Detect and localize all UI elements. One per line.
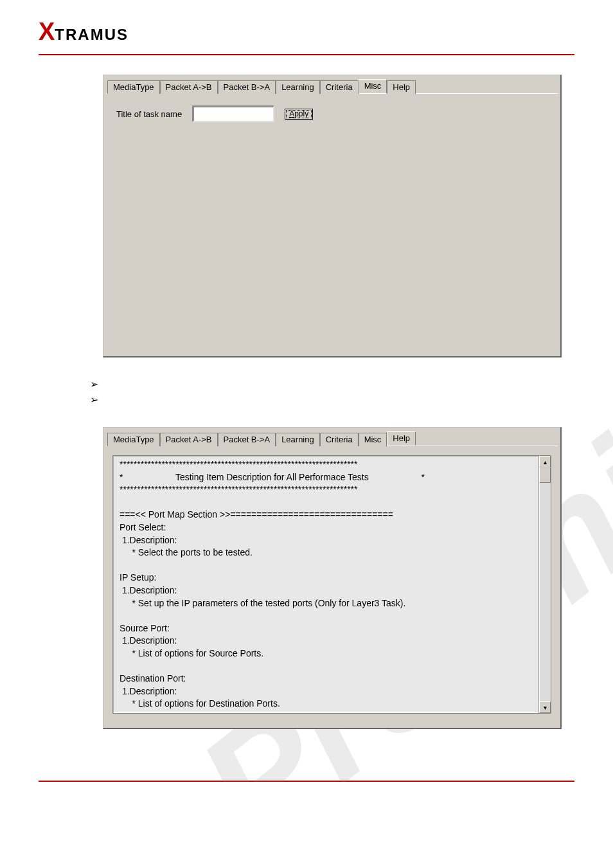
- apply-button[interactable]: Apply: [285, 109, 313, 120]
- misc-panel: MediaType Packet A->B Packet B->A Learni…: [103, 75, 562, 357]
- chevron-down-icon: ▾: [544, 704, 547, 711]
- tab-mediatype[interactable]: MediaType: [107, 80, 160, 94]
- tab-mediatype-2[interactable]: MediaType: [107, 433, 160, 446]
- scroll-up-button[interactable]: ▴: [539, 456, 551, 467]
- tab-criteria[interactable]: Criteria: [320, 80, 359, 94]
- logo-rest: TRAMUS: [55, 27, 129, 42]
- bullet-1: ➢: [90, 377, 574, 392]
- title-of-task-name-label: Title of task name: [116, 109, 182, 119]
- footer-rule: [39, 781, 574, 782]
- help-panel: MediaType Packet A->B Packet B->A Learni…: [103, 427, 562, 729]
- tab-packet-a-b-2[interactable]: Packet A->B: [160, 433, 218, 446]
- tab-misc[interactable]: Misc: [359, 79, 387, 93]
- apply-mnemonic: A: [289, 109, 294, 118]
- tab-learning[interactable]: Learning: [276, 80, 320, 94]
- help-text: ****************************************…: [113, 456, 551, 713]
- misc-tabs: MediaType Packet A->B Packet B->A Learni…: [103, 75, 560, 93]
- bullet-2: ➢: [90, 392, 574, 408]
- tab-learning-2[interactable]: Learning: [276, 433, 320, 446]
- tab-misc-2[interactable]: Misc: [359, 433, 387, 446]
- vertical-scrollbar[interactable]: ▴ ▾: [538, 456, 551, 713]
- tab-packet-b-a[interactable]: Packet B->A: [218, 80, 276, 94]
- help-tabs: MediaType Packet A->B Packet B->A Learni…: [103, 428, 560, 446]
- logo: X TRAMUS: [39, 19, 574, 44]
- tab-packet-a-b[interactable]: Packet A->B: [160, 80, 218, 94]
- bullet-list: ➢ ➢: [90, 377, 574, 408]
- tab-criteria-2[interactable]: Criteria: [320, 433, 359, 446]
- tab-help-2[interactable]: Help: [387, 431, 416, 446]
- help-textarea[interactable]: ****************************************…: [112, 455, 551, 714]
- tab-help[interactable]: Help: [387, 80, 416, 94]
- page-header: X TRAMUS: [0, 0, 613, 50]
- logo-first-letter: X: [39, 19, 56, 44]
- scroll-down-button[interactable]: ▾: [539, 701, 551, 713]
- misc-content: Title of task name Apply: [103, 94, 560, 134]
- apply-label-rest: pply: [294, 109, 308, 118]
- tab-packet-b-a-2[interactable]: Packet B->A: [218, 433, 276, 446]
- scroll-thumb[interactable]: [539, 467, 551, 483]
- chevron-up-icon: ▴: [544, 458, 547, 466]
- task-name-input[interactable]: [192, 105, 274, 122]
